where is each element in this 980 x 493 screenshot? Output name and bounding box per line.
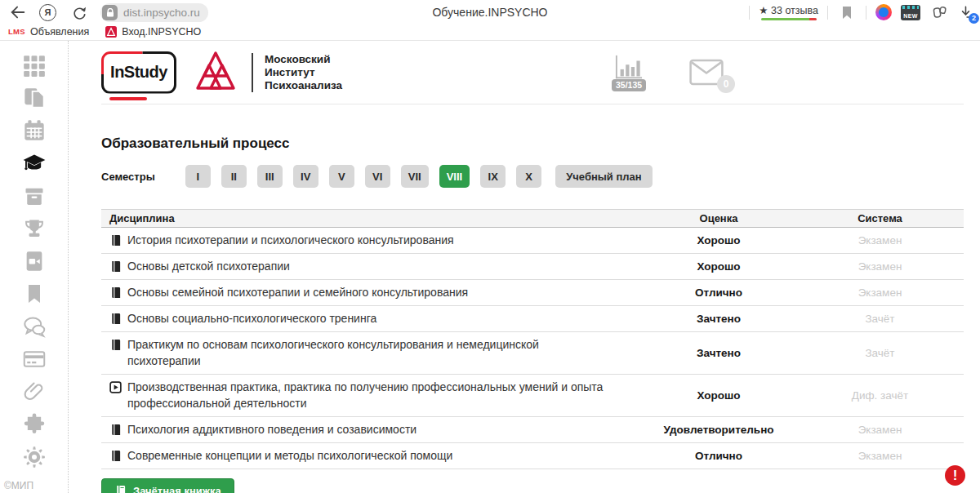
discipline-name: Практикум по основам психологического ко… — [127, 336, 608, 369]
table-row[interactable]: Основы социально-психологического тренин… — [101, 306, 964, 332]
book-icon — [109, 450, 122, 462]
address-bar[interactable]: dist.inpsycho.ru — [100, 3, 208, 22]
semester-button-IX[interactable]: IX — [480, 165, 506, 188]
table-body: История психотерапии и психологического … — [101, 228, 964, 469]
bookmark-item[interactable]: LMSОбъявления — [8, 26, 89, 38]
book-icon — [109, 339, 122, 351]
sidebar-item-achievements[interactable] — [20, 217, 48, 240]
sidebar-item-messages[interactable] — [20, 315, 48, 338]
sidebar-item-education[interactable] — [20, 152, 48, 175]
toolbar-right: ★ 33 отзыва NEW 2 — [749, 0, 973, 24]
grade-value: Отлично — [641, 286, 796, 299]
mail-button[interactable]: 0 — [688, 59, 724, 86]
book-icon — [109, 424, 122, 436]
download-badge: 2 — [969, 13, 979, 24]
semester-button-VI[interactable]: VI — [365, 165, 390, 188]
collections-icon[interactable] — [929, 2, 949, 22]
column-grade: Оценка — [641, 212, 796, 224]
system-value: Зачёт — [796, 313, 964, 325]
book-icon — [109, 286, 122, 299]
progress-stats-button[interactable]: 35/135 — [612, 54, 646, 91]
instudy-logo[interactable]: InStudy — [101, 51, 176, 94]
page-title: Образовательный процесс — [101, 135, 964, 152]
grade-value: Хорошо — [641, 389, 796, 402]
semester-button-VIII[interactable]: VIII — [439, 165, 470, 188]
progress-badge: 35/135 — [612, 79, 646, 91]
bookmark-item[interactable]: Вход.INPSYCHO — [105, 26, 201, 38]
table-row[interactable]: Производственная практика, практика по п… — [101, 375, 964, 417]
gradebook-button[interactable]: Зачётная книжка — [101, 478, 234, 493]
back-button[interactable] — [8, 2, 28, 22]
sidebar-item-archive[interactable] — [20, 184, 48, 207]
bookmark-flag-icon[interactable] — [837, 2, 857, 22]
puzzle-icon — [23, 413, 46, 436]
grade-value: Зачтено — [641, 313, 796, 325]
column-discipline: Дисциплина — [109, 212, 641, 224]
system-value: Экзамен — [796, 450, 964, 462]
divider — [749, 6, 750, 20]
play-icon — [109, 381, 122, 393]
back-arrow-icon — [9, 3, 27, 21]
divider — [827, 6, 828, 20]
table-row[interactable]: Практикум по основам психологического ко… — [101, 332, 964, 375]
logo-divider — [252, 53, 253, 92]
grade-value: Хорошо — [641, 260, 796, 273]
book-icon — [109, 260, 122, 273]
paperclip-icon — [23, 380, 46, 403]
lms-logo-icon: LMS — [8, 27, 25, 36]
calendar-icon — [23, 119, 46, 142]
extension-icon[interactable] — [875, 4, 892, 20]
table-row[interactable]: Современные концепции и методы психологи… — [101, 443, 964, 469]
table-row[interactable]: Психология аддиктивного поведения и соза… — [101, 417, 964, 443]
sidebar-item-documents[interactable] — [20, 87, 48, 109]
graduation-cap-icon — [23, 152, 46, 175]
new-year-extension-icon[interactable]: NEW — [901, 5, 920, 20]
browser-toolbar: Я dist.inpsycho.ru Обучение.INPSYCHO ★ 3… — [0, 0, 980, 24]
sidebar-item-video-lectures[interactable] — [20, 250, 48, 273]
site-rating[interactable]: ★ 33 отзыва — [759, 4, 818, 21]
system-value: Экзамен — [796, 234, 964, 246]
refresh-button[interactable] — [69, 2, 89, 22]
sidebar-item-bookmarks[interactable] — [20, 282, 48, 305]
page: ©МИП InStudy Московский Институт Психоан… — [0, 41, 980, 493]
semester-button-II[interactable]: II — [221, 165, 247, 188]
grade-value: Зачтено — [641, 347, 796, 359]
alert-icon[interactable]: ! — [945, 465, 965, 486]
book-icon — [109, 234, 122, 246]
table-row[interactable]: Основы детской психотерапииХорошоЭкзамен — [101, 254, 964, 280]
table-row[interactable]: История психотерапии и психологического … — [101, 228, 964, 254]
grade-value: Удовлетворительно — [641, 424, 796, 436]
sidebar-item-extensions[interactable] — [20, 413, 48, 436]
semester-buttons: IIIIIIIVVVIVIIVIIIIXX — [185, 165, 541, 188]
box-icon — [23, 184, 46, 207]
gear-icon — [23, 446, 46, 469]
system-value: Экзамен — [796, 260, 964, 273]
semester-selector: Семестры IIIIIIIVVVIVIIVIIIIXX Учебный п… — [101, 165, 964, 188]
sidebar-item-apps[interactable] — [20, 54, 48, 77]
curriculum-plan-button[interactable]: Учебный план — [555, 165, 652, 188]
book-icon — [114, 485, 127, 493]
logo-underline — [109, 97, 147, 100]
table-row[interactable]: Основы семейной психотерапии и семейного… — [101, 280, 964, 306]
semester-button-X[interactable]: X — [516, 165, 541, 188]
discipline-name: Основы семейной психотерапии и семейного… — [127, 284, 468, 300]
grade-value: Хорошо — [641, 234, 796, 246]
trophy-icon — [23, 217, 46, 240]
semester-button-VII[interactable]: VII — [401, 165, 429, 188]
sidebar-item-payments[interactable] — [20, 348, 48, 371]
semester-button-I[interactable]: I — [185, 165, 211, 188]
main-content: InStudy Московский Институт Психоанализа… — [69, 41, 980, 493]
discipline-name: Основы социально-психологического тренин… — [127, 310, 376, 326]
sidebar: ©МИП — [0, 41, 69, 493]
sidebar-item-attachments[interactable] — [20, 380, 48, 403]
downloads-button[interactable]: 2 — [958, 5, 973, 20]
card-icon — [23, 348, 46, 371]
sidebar-item-settings[interactable] — [20, 446, 48, 469]
sidebar-item-calendar[interactable] — [20, 119, 48, 142]
semester-button-III[interactable]: III — [257, 165, 283, 188]
site-header: InStudy Московский Институт Психоанализа… — [101, 41, 964, 104]
semester-button-V[interactable]: V — [329, 165, 354, 188]
semester-button-IV[interactable]: IV — [293, 165, 318, 188]
yandex-profile-button[interactable]: Я — [39, 4, 56, 21]
refresh-icon — [72, 5, 87, 20]
